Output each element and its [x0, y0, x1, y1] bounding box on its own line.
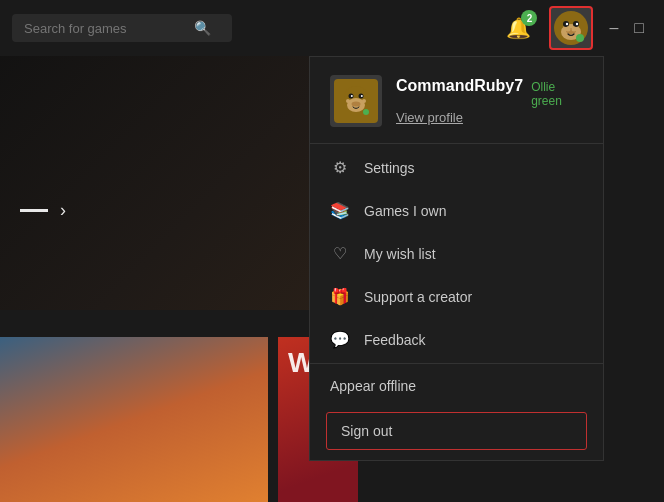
feedback-icon: 💬: [330, 330, 350, 349]
profile-name-row: CommandRuby7 Ollie green: [396, 77, 583, 108]
search-icon: 🔍: [194, 20, 211, 36]
nav-bar: 🔍 🔔 2 – □: [0, 0, 664, 56]
avatar-icon: [553, 10, 589, 46]
menu-item-settings[interactable]: ⚙ Settings: [310, 146, 603, 189]
notification-badge: 2: [521, 10, 537, 26]
menu-item-wish-list[interactable]: ♡ My wish list: [310, 232, 603, 275]
games-own-label: Games I own: [364, 203, 446, 219]
wishlist-icon: ♡: [330, 244, 350, 263]
svg-point-17: [352, 102, 361, 107]
search-bar[interactable]: 🔍: [12, 14, 232, 42]
profile-info: CommandRuby7 Ollie green View profile: [396, 77, 583, 125]
settings-label: Settings: [364, 160, 415, 176]
svg-point-8: [572, 27, 577, 32]
svg-point-15: [351, 95, 353, 97]
svg-point-9: [576, 34, 584, 42]
menu-item-sign-out[interactable]: Sign out: [326, 412, 587, 450]
settings-icon: ⚙: [330, 158, 350, 177]
svg-point-5: [576, 23, 578, 25]
menu-item-feedback[interactable]: 💬 Feedback: [310, 318, 603, 361]
profile-header[interactable]: CommandRuby7 Ollie green View profile: [310, 57, 603, 141]
menu-divider-2: [310, 363, 603, 364]
games-icon: 📚: [330, 201, 350, 220]
profile-avatar: [330, 75, 382, 127]
svg-point-4: [566, 23, 568, 25]
svg-point-18: [346, 99, 350, 103]
maximize-button[interactable]: □: [626, 15, 652, 41]
menu-item-appear-offline[interactable]: Appear offline: [310, 366, 603, 406]
svg-point-20: [363, 109, 369, 115]
profile-avatar-icon: [334, 79, 378, 123]
menu-item-games-own[interactable]: 📚 Games I own: [310, 189, 603, 232]
svg-point-16: [361, 95, 363, 97]
slide-indicator: [20, 209, 48, 212]
profile-status: Ollie green: [531, 80, 583, 108]
wish-list-label: My wish list: [364, 246, 436, 262]
profile-username: CommandRuby7: [396, 77, 523, 95]
appear-offline-label: Appear offline: [330, 378, 416, 394]
avatar-button[interactable]: [549, 6, 593, 50]
slide-next-button[interactable]: ›: [60, 200, 66, 221]
view-profile-link[interactable]: View profile: [396, 110, 583, 125]
notification-button[interactable]: 🔔 2: [502, 12, 535, 44]
search-input[interactable]: [24, 21, 194, 36]
slide-navigation: ›: [20, 200, 66, 221]
game-thumbnail-1[interactable]: [0, 337, 268, 502]
menu-item-support-creator[interactable]: 🎁 Support a creator: [310, 275, 603, 318]
support-creator-label: Support a creator: [364, 289, 472, 305]
svg-point-19: [362, 99, 366, 103]
user-dropdown-menu: CommandRuby7 Ollie green View profile ⚙ …: [309, 56, 604, 461]
feedback-label: Feedback: [364, 332, 425, 348]
menu-divider-1: [310, 143, 603, 144]
sign-out-label: Sign out: [341, 423, 392, 439]
minimize-button[interactable]: –: [601, 15, 626, 41]
svg-point-7: [566, 27, 571, 32]
support-icon: 🎁: [330, 287, 350, 306]
